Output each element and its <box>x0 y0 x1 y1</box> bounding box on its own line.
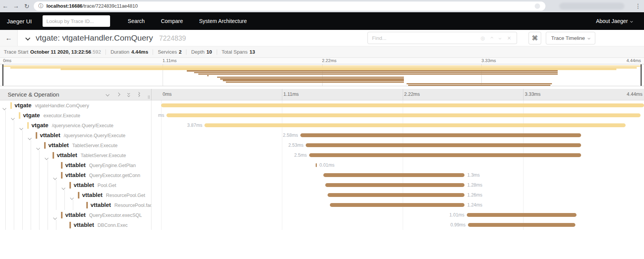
keyboard-shortcuts-button[interactable]: ⌘ <box>529 32 541 44</box>
span-timeline-cell[interactable] <box>152 100 644 110</box>
span-timeline-cell[interactable]: 1.01ms <box>152 210 644 220</box>
tick-gridline <box>403 89 403 100</box>
span-bar[interactable] <box>309 153 581 157</box>
span-bar[interactable] <box>166 113 641 117</box>
span-timeline-cell[interactable]: ms <box>152 110 644 120</box>
collapse-chevron-icon[interactable] <box>54 174 56 180</box>
span-name-cell[interactable]: vttabletQueryExecutor.execSQL <box>0 210 152 220</box>
span-bar[interactable] <box>161 103 644 107</box>
span-timeline-cell[interactable]: 2.5ms <box>152 150 644 160</box>
span-timeline-cell[interactable]: 1.28ms <box>152 180 644 190</box>
span-row: vttabletPool.Get1.28ms <box>0 180 644 190</box>
span-name-cell[interactable]: vttabletQueryEngine.GetPlan <box>0 160 152 170</box>
span-bar[interactable] <box>323 173 465 177</box>
collapse-chevron-icon[interactable] <box>71 194 73 200</box>
collapse-chevron-icon[interactable] <box>37 144 40 150</box>
expand-all-icon[interactable] <box>138 92 140 97</box>
clear-find-icon[interactable]: ✕ <box>507 35 511 41</box>
span-name-cell[interactable]: vttabletResourcePool.factory <box>0 200 152 210</box>
tick-gridline <box>282 89 282 100</box>
nav-item[interactable]: Search <box>128 18 145 24</box>
span-timeline-cell[interactable]: 0.01ms <box>152 160 644 170</box>
span-bar[interactable] <box>204 123 625 127</box>
span-name-cell[interactable]: vttabletTabletServer.Execute <box>0 140 152 150</box>
tree-guide-line <box>5 220 6 230</box>
tree-guide-line <box>14 150 14 160</box>
span-timeline-cell[interactable]: 0.99ms <box>152 220 644 230</box>
span-bar[interactable] <box>330 203 465 207</box>
span-timeline-cell[interactable]: 1.24ms <box>152 200 644 210</box>
span-bar[interactable] <box>316 163 317 167</box>
collapse-chevron-icon[interactable] <box>54 214 56 220</box>
about-jaeger-menu[interactable]: About Jaeger <box>596 18 632 24</box>
span-name-cell[interactable]: vttabletPool.Get <box>0 180 152 190</box>
browser-refresh-icon[interactable]: ↻ <box>21 3 32 10</box>
span-row: vttablet/queryservice.Query/Execute2.58m… <box>0 130 644 140</box>
span-bar[interactable] <box>306 143 581 147</box>
find-next-icon[interactable] <box>499 36 501 39</box>
minimap-canvas[interactable] <box>0 64 644 86</box>
span-bar[interactable] <box>468 223 576 227</box>
trace-title-bar: ← vtgate: vtgateHandler.ComQuery 7224839… <box>0 30 644 46</box>
operation-name: QueryExecutor.execSQL <box>89 213 142 218</box>
collapse-chevron-icon[interactable] <box>3 104 6 110</box>
span-duration-label: ms <box>158 113 164 118</box>
span-timeline-cell[interactable]: 1.26ms <box>152 190 644 200</box>
find-prev-icon[interactable] <box>491 36 493 39</box>
blurred-extension-icon <box>535 3 540 9</box>
timeline-tick: 2.22ms <box>404 92 420 97</box>
expand-one-icon[interactable] <box>117 93 120 96</box>
span-bar[interactable] <box>467 213 576 217</box>
collapse-one-icon[interactable] <box>106 93 109 96</box>
column-resize-grip[interactable] <box>148 95 150 99</box>
span-name-cell[interactable]: vttabletResourcePool.Get <box>0 190 152 200</box>
trace-title: vtgate: vtgateHandler.ComQuery 7224839 <box>36 33 186 43</box>
trace-view-selector[interactable]: Trace Timeline <box>546 32 595 44</box>
minimap-tick: 3.33ms <box>481 58 496 63</box>
collapse-chevron-icon[interactable] <box>28 134 31 140</box>
service-name: vttabletQueryExecutor.execSQL <box>65 211 142 218</box>
minimap-tick: 4.44ms <box>626 58 641 63</box>
span-timeline-cell[interactable]: 2.53ms <box>152 140 644 150</box>
nav-item[interactable]: System Architecture <box>199 18 247 24</box>
trace-lookup-input[interactable] <box>43 15 110 27</box>
collapse-trace-chevron-icon[interactable] <box>26 34 30 41</box>
nav-item[interactable]: Compare <box>161 18 183 24</box>
browser-back-icon[interactable]: ← <box>0 3 11 10</box>
span-name-cell[interactable]: vttabletQueryExecutor.getConn <box>0 170 152 180</box>
target-icon[interactable]: ◎ <box>481 35 485 41</box>
span-timeline-cell[interactable]: 1.3ms <box>152 170 644 180</box>
span-name-cell[interactable]: vtgate/queryservice.Query/Execute <box>0 120 152 130</box>
find-input[interactable] <box>368 35 475 41</box>
site-info-icon[interactable]: ⓘ <box>38 3 43 10</box>
span-bar[interactable] <box>325 183 464 187</box>
back-button[interactable]: ← <box>0 30 18 46</box>
operation-name: Pool.Get <box>97 183 116 188</box>
collapse-chevron-icon[interactable] <box>62 184 65 190</box>
span-name-cell[interactable]: vttablet/queryservice.Query/Execute <box>0 130 152 140</box>
browser-forward-icon[interactable]: → <box>11 3 21 10</box>
address-bar[interactable]: ⓘ localhost:16686/trace/7224839c11ae4810 <box>34 2 545 11</box>
jaeger-navbar: Jaeger UI SearchCompareSystem Architectu… <box>0 12 644 30</box>
span-timeline-cell[interactable]: 3.87ms <box>152 120 644 130</box>
operation-name: ResourcePool.factory <box>114 203 152 208</box>
operation-name: /queryservice.Query/Execute <box>52 123 114 128</box>
collapse-chevron-icon[interactable] <box>12 114 14 120</box>
collapse-all-icon[interactable] <box>128 92 130 97</box>
tree-guide-line <box>64 200 65 210</box>
chevron-down-icon <box>630 20 633 22</box>
minimap-scrubber-handle[interactable] <box>2 64 3 86</box>
service-name: vtgate/queryservice.Query/Execute <box>31 122 114 128</box>
app-brand[interactable]: Jaeger UI <box>7 18 32 25</box>
minimap-scrubber-handle[interactable] <box>641 64 642 86</box>
span-bar[interactable] <box>328 193 464 197</box>
span-name-cell[interactable]: vtgateexecutor.Execute <box>0 110 152 120</box>
collapse-chevron-icon[interactable] <box>20 124 23 130</box>
collapse-chevron-icon[interactable] <box>45 154 48 160</box>
span-name-cell[interactable]: vttabletDBConn.Exec <box>0 220 152 230</box>
span-timeline-cell[interactable]: 2.58ms <box>152 130 644 140</box>
span-bar[interactable] <box>300 133 581 137</box>
span-name-cell[interactable]: vttabletTabletServer.Execute <box>0 150 152 160</box>
span-name-cell[interactable]: vtgatevtgateHandler.ComQuery <box>0 100 152 110</box>
browser-menu-icon[interactable]: ⋮ <box>635 0 641 12</box>
